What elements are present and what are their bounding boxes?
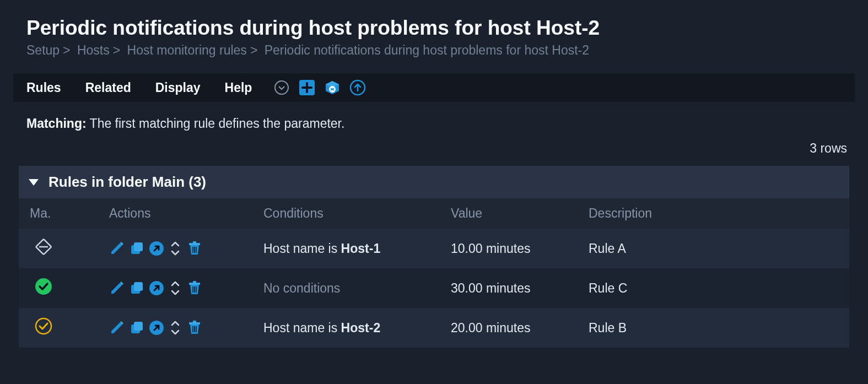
col-header-match: Ma. [19, 198, 101, 229]
edit-icon[interactable] [109, 280, 125, 296]
col-header-conditions: Conditions [256, 198, 443, 229]
match-status-icon [34, 317, 53, 336]
match-status-icon [34, 277, 53, 296]
move-up-icon[interactable] [170, 320, 181, 327]
expand-icon[interactable] [273, 79, 290, 96]
menu-related[interactable]: Related [85, 80, 131, 95]
goto-icon[interactable] [149, 280, 164, 296]
menu-display[interactable]: Display [155, 80, 201, 95]
move-up-icon[interactable] [170, 240, 181, 248]
breadcrumb-item[interactable]: Host monitoring rules [127, 43, 247, 57]
matching-text: The first matching rule defines the para… [90, 116, 345, 131]
move-down-icon[interactable] [170, 289, 181, 296]
delete-icon[interactable] [186, 280, 203, 296]
section-title: Rules in folder Main (3) [48, 174, 206, 191]
goto-icon[interactable] [149, 320, 164, 336]
col-header-description: Description [581, 198, 849, 229]
menu-help[interactable]: Help [225, 80, 252, 95]
section-header[interactable]: Rules in folder Main (3) [19, 166, 849, 198]
table-row: Host name is Host-220.00 minutesRule B [19, 308, 849, 348]
svg-point-0 [275, 81, 288, 94]
rule-value: 30.00 minutes [443, 268, 581, 308]
upload-icon[interactable] [349, 79, 366, 96]
package-icon[interactable] [324, 79, 341, 96]
breadcrumb: Setup> Hosts> Host monitoring rules> Per… [26, 43, 842, 58]
toolbar: Rules Related Display Help [13, 73, 855, 102]
table-row: No conditions30.00 minutesRule C [19, 268, 849, 308]
rule-value: 20.00 minutes [443, 308, 581, 348]
clone-icon[interactable] [129, 320, 144, 336]
matching-label: Matching: [26, 116, 87, 131]
edit-icon[interactable] [109, 241, 125, 256]
rule-description: Rule A [581, 229, 849, 268]
move-down-icon[interactable] [170, 328, 181, 336]
goto-icon[interactable] [149, 241, 164, 256]
rule-description: Rule C [581, 268, 849, 308]
menu-rules[interactable]: Rules [26, 80, 61, 95]
breadcrumb-item[interactable]: Hosts [77, 43, 110, 57]
table-row: Host name is Host-110.00 minutesRule A [19, 229, 849, 268]
breadcrumb-item[interactable]: Setup [26, 43, 60, 57]
edit-icon[interactable] [109, 320, 125, 336]
clone-icon[interactable] [129, 280, 144, 296]
condition-text: Host name is Host-1 [263, 241, 380, 256]
rule-description: Rule B [581, 308, 849, 348]
condition-text: Host name is Host-2 [263, 321, 380, 335]
row-count: 3 rows [26, 141, 847, 156]
matching-info: Matching: The first matching rule define… [26, 116, 842, 131]
add-rule-icon[interactable] [298, 79, 316, 96]
condition-text: No conditions [263, 281, 340, 295]
rules-section: Rules in folder Main (3) Ma. Actions Con… [19, 166, 849, 348]
rule-value: 10.00 minutes [443, 229, 581, 268]
col-header-actions: Actions [101, 198, 256, 229]
caret-down-icon [29, 179, 39, 186]
delete-icon[interactable] [186, 240, 203, 257]
match-status-icon [34, 237, 53, 256]
page-title: Periodic notifications during host probl… [26, 17, 842, 40]
rules-table: Ma. Actions Conditions Value Description… [19, 198, 849, 348]
breadcrumb-item: Periodic notifications during host probl… [265, 43, 589, 57]
clone-icon[interactable] [129, 241, 144, 256]
delete-icon[interactable] [186, 320, 203, 336]
move-up-icon[interactable] [170, 280, 181, 288]
col-header-value: Value [443, 198, 581, 229]
move-down-icon[interactable] [170, 249, 181, 257]
